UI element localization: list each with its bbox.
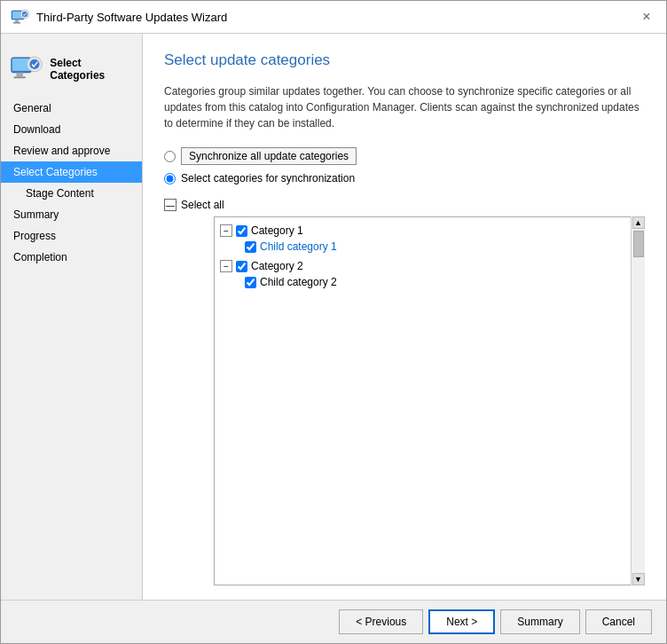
sidebar: Select Categories General Download Revie… (1, 34, 143, 600)
radio-sync-all[interactable] (164, 151, 176, 162)
scroll-track (632, 229, 645, 573)
description-text: Categories group similar updates togethe… (164, 83, 645, 131)
svg-rect-9 (14, 76, 26, 78)
sidebar-item-completion[interactable]: Completion (1, 247, 142, 268)
tree-checkbox-child2[interactable] (245, 277, 256, 288)
sidebar-item-review[interactable]: Review and approve (1, 140, 142, 161)
close-button[interactable]: × (636, 6, 657, 27)
tree-scrollbar[interactable]: ▲ ▼ (631, 216, 645, 585)
sidebar-item-stage-content[interactable]: Stage Content (1, 183, 142, 204)
tree-children-category2: Child category 2 (220, 274, 626, 290)
sidebar-nav: General Download Review and approve Sele… (1, 98, 142, 268)
tree-toggle-category2[interactable]: − (220, 260, 232, 272)
next-button[interactable]: Next > (428, 609, 495, 634)
select-all-checkbox-icon: — (164, 199, 177, 211)
wizard-window: Third-Party Software Updates Wizard × Se… (0, 0, 667, 644)
tree-row-child2: Child category 2 (245, 274, 626, 290)
svg-rect-8 (16, 73, 22, 77)
content-area: Select Categories General Download Revie… (1, 34, 666, 600)
tree-label-category2: Category 2 (251, 260, 303, 272)
summary-button[interactable]: Summary (500, 609, 579, 634)
tree-row-category1: − Category 1 (220, 223, 626, 239)
radio-select-categories[interactable] (164, 173, 176, 185)
radio-group: Synchronize all update categories Select… (164, 147, 645, 185)
tree-checkbox-category2[interactable] (236, 261, 247, 272)
page-title: Select update categories (164, 51, 645, 69)
tree-label-child2: Child category 2 (260, 276, 337, 288)
sidebar-header-label: Select Categories (50, 57, 133, 82)
tree-checkbox-child1[interactable] (245, 241, 256, 253)
tree-node-category1: − Category 1 Child category 1 (220, 223, 626, 255)
sidebar-item-summary[interactable]: Summary (1, 204, 142, 225)
svg-point-11 (29, 59, 39, 69)
tree-container[interactable]: − Category 1 Child category 1 (214, 216, 645, 585)
radio-select-option[interactable]: Select categories for synchronization (164, 172, 645, 185)
svg-rect-3 (13, 22, 20, 24)
tree-label-child1: Child category 1 (260, 240, 337, 253)
scroll-up-button[interactable]: ▲ (632, 216, 645, 229)
tree-node-category2: − Category 2 Child category 2 (220, 258, 626, 290)
tree-checkbox-category1[interactable] (236, 225, 247, 237)
sidebar-icon (10, 51, 43, 87)
scroll-down-button[interactable]: ▼ (632, 573, 645, 585)
footer: < Previous Next > Summary Cancel (1, 600, 666, 643)
tree-label-category1: Category 1 (251, 224, 303, 237)
tree-row-category2: − Category 2 (220, 258, 626, 274)
sidebar-item-progress[interactable]: Progress (1, 225, 142, 247)
window-title: Third-Party Software Updates Wizard (36, 11, 227, 24)
tree-children-category1: Child category 1 (220, 239, 626, 255)
select-categories-label: Select categories for synchronization (181, 172, 355, 185)
cancel-button[interactable]: Cancel (585, 609, 652, 634)
sidebar-item-download[interactable]: Download (1, 119, 142, 140)
tree-toggle-category1[interactable]: − (220, 224, 232, 237)
tree-row-child1: Child category 1 (245, 239, 626, 255)
select-all-label: Select all (181, 199, 224, 211)
sidebar-header: Select Categories (1, 41, 142, 98)
sidebar-item-select-categories[interactable]: Select Categories (1, 161, 142, 183)
sync-all-label: Synchronize all update categories (181, 147, 357, 165)
main-panel: Select update categories Categories grou… (143, 34, 666, 600)
select-all-row: — Select all (164, 197, 645, 216)
svg-point-5 (22, 12, 27, 17)
wizard-icon (10, 7, 29, 27)
title-bar: Third-Party Software Updates Wizard × (1, 1, 666, 34)
radio-sync-all-option[interactable]: Synchronize all update categories (164, 147, 645, 165)
svg-rect-2 (15, 20, 19, 22)
scroll-thumb[interactable] (633, 231, 644, 257)
title-bar-left: Third-Party Software Updates Wizard (10, 7, 227, 27)
sidebar-item-general[interactable]: General (1, 98, 142, 119)
previous-button[interactable]: < Previous (339, 609, 423, 634)
